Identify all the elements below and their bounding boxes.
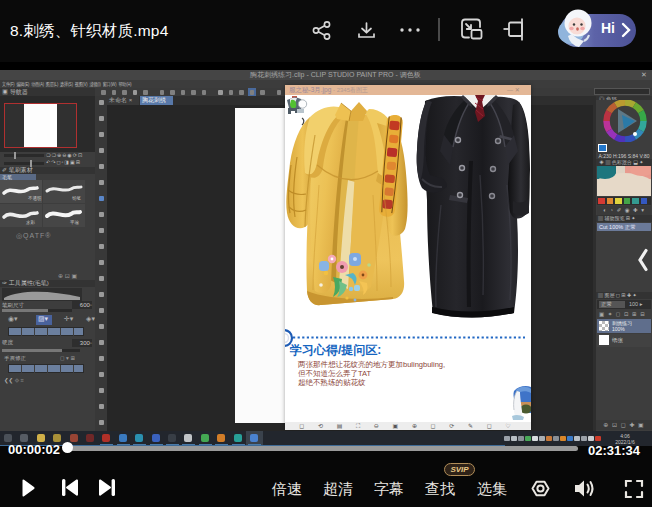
svg-text:水彩: 水彩 xyxy=(26,220,36,225)
svg-text:铅笔: 铅笔 xyxy=(72,195,82,201)
svg-text:不透明: 不透明 xyxy=(28,195,42,201)
